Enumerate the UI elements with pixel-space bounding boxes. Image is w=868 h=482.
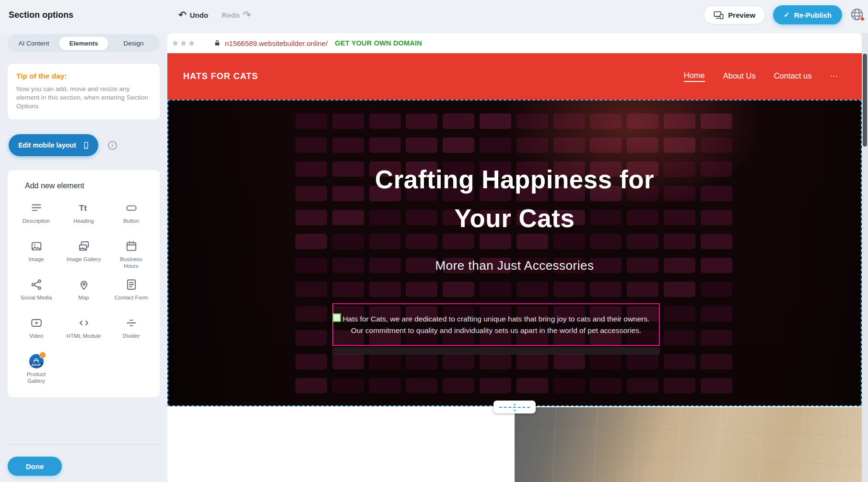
tab-elements[interactable]: Elements xyxy=(59,36,109,51)
add-element-business-hours[interactable]: Business Hours xyxy=(107,239,155,270)
hero-tile xyxy=(406,354,437,369)
hero-tile xyxy=(480,114,511,129)
hero-tile xyxy=(406,378,437,393)
republish-button[interactable]: ✓ Re-Publish xyxy=(773,5,842,24)
add-element-button[interactable]: Button xyxy=(107,201,155,231)
add-element-html-module[interactable]: HTML Module xyxy=(60,316,107,346)
nav-contact-us[interactable]: Contact us xyxy=(774,71,812,81)
hero-tile xyxy=(332,282,364,297)
window-dot xyxy=(189,41,194,46)
add-element-image[interactable]: Image xyxy=(12,239,60,270)
contact-form-icon xyxy=(125,277,138,292)
scrollbar-thumb[interactable] xyxy=(863,54,867,147)
notification-dot xyxy=(860,17,865,21)
image-gallery-icon xyxy=(78,239,90,253)
add-element-video[interactable]: Video xyxy=(12,316,60,346)
tip-body: Now you can add, move and resize any ele… xyxy=(16,85,151,110)
business-hours-icon xyxy=(125,239,138,253)
get-domain-link[interactable]: GET YOUR OWN DOMAIN xyxy=(335,39,422,47)
nav-about-us[interactable]: About Us xyxy=(723,71,756,81)
republish-label: Re-Publish xyxy=(794,11,832,19)
nav-home[interactable]: Home xyxy=(684,71,705,82)
hero-heading[interactable]: Crafting Happiness for Your Cats xyxy=(167,160,862,238)
window-dot xyxy=(181,41,186,46)
element-label: Business Hours xyxy=(113,256,150,270)
page-title: Section options xyxy=(9,0,73,30)
hero-tile xyxy=(553,378,585,393)
check-icon: ✓ xyxy=(784,11,790,19)
hero-tile xyxy=(443,138,474,153)
section-options-sidebar: AI ContentElementsDesign Tip of the day:… xyxy=(0,33,167,482)
element-label: HTML Module xyxy=(67,333,101,340)
language-globe-icon[interactable] xyxy=(850,7,864,22)
scrollbar-track[interactable] xyxy=(862,33,868,482)
hero-tile xyxy=(443,114,474,129)
hero-tile xyxy=(701,330,732,345)
add-element-divider[interactable]: Divider xyxy=(107,316,155,346)
hero-tile xyxy=(369,282,401,297)
site-header[interactable]: HATS FOR CATS HomeAbout UsContact us··· xyxy=(167,53,862,100)
element-grid: DescriptionTtHeadingButtonImageImage Gal… xyxy=(12,201,155,385)
add-element-map[interactable]: Map xyxy=(60,277,107,308)
hero-tile xyxy=(295,138,327,153)
add-element-contact-form[interactable]: Contact Form xyxy=(107,277,155,308)
done-button[interactable]: Done xyxy=(8,457,62,476)
hero-tile xyxy=(516,138,548,153)
add-element-social-media[interactable]: Social Media xyxy=(12,277,60,308)
add-element-image-gallery[interactable]: Image Gallery xyxy=(60,239,107,270)
browser-bar: n1566589.websitebuilder.online/ GET YOUR… xyxy=(167,33,862,53)
shop-ribbon: SHOP xyxy=(29,363,44,367)
html-module-icon xyxy=(78,316,90,330)
add-element-heading[interactable]: TtHeading xyxy=(60,201,107,231)
add-element-product-gallery[interactable]: SHOP↑Product Gallery xyxy=(12,354,60,385)
heading-icon: Tt xyxy=(78,201,90,215)
hero-tile xyxy=(480,282,511,297)
hero-tile xyxy=(701,354,732,369)
edit-mobile-layout-button[interactable]: Edit mobile layout xyxy=(9,134,98,156)
element-label: Contact Form xyxy=(115,295,148,301)
resize-handle[interactable] xyxy=(332,313,341,322)
sidebar-divider xyxy=(8,444,160,445)
next-section[interactable] xyxy=(167,406,862,482)
hero-tile xyxy=(480,378,511,393)
hero-tile xyxy=(295,378,327,393)
hero-tile xyxy=(664,282,695,297)
site-url[interactable]: n1566589.websitebuilder.online/ xyxy=(225,39,328,47)
preview-button[interactable]: Preview xyxy=(704,5,765,24)
hero-tile xyxy=(369,114,401,129)
hero-tile xyxy=(627,378,658,393)
tab-ai-content[interactable]: AI Content xyxy=(9,36,59,51)
hero-section[interactable]: Crafting Happiness for Your Cats More th… xyxy=(167,100,862,406)
hero-tile xyxy=(664,114,695,129)
section-resize-handle[interactable]: ▼ ▲ xyxy=(493,401,536,413)
add-element-card: Add new element DescriptionTtHeadingButt… xyxy=(8,170,160,397)
hero-tile xyxy=(516,282,548,297)
hero-tile xyxy=(406,114,437,129)
info-icon[interactable]: i xyxy=(108,141,117,150)
element-label: Video xyxy=(29,333,43,340)
hero-paragraph: Hats for Cats, we are dedicated to craft… xyxy=(333,313,659,336)
hero-tile xyxy=(664,138,695,153)
devices-icon xyxy=(714,11,724,19)
add-element-title: Add new element xyxy=(12,182,155,190)
sidebar-tabs: AI ContentElementsDesign xyxy=(8,34,160,52)
selected-text-element[interactable]: Hats for Cats, we are dedicated to craft… xyxy=(332,303,660,346)
hero-tile xyxy=(553,354,585,369)
hero-subheading[interactable]: More than Just Accessories xyxy=(167,258,862,273)
site-logo[interactable]: HATS FOR CATS xyxy=(183,71,258,81)
redo-button[interactable]: Redo ↷ xyxy=(222,10,251,20)
tab-design[interactable]: Design xyxy=(109,36,158,51)
window-controls xyxy=(173,41,194,46)
hero-tile xyxy=(664,378,695,393)
hero-tile xyxy=(590,138,622,153)
redo-label: Redo xyxy=(222,11,240,19)
nav-more[interactable]: ··· xyxy=(830,71,838,81)
tip-card: Tip of the day: Now you can add, move an… xyxy=(8,64,160,119)
hero-tile xyxy=(590,282,622,297)
hero-tile xyxy=(627,114,658,129)
add-element-description[interactable]: Description xyxy=(12,201,60,231)
hero-tile xyxy=(295,114,327,129)
hero-tile xyxy=(516,114,548,129)
undo-button[interactable]: ↶ Undo xyxy=(178,10,208,20)
hero-tile xyxy=(443,282,474,297)
